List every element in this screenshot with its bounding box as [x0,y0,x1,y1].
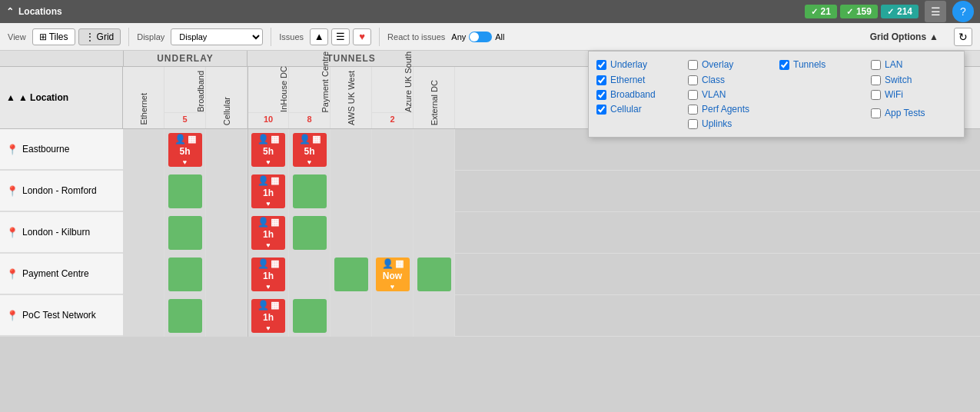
cellular-check[interactable]: Cellular [596,104,682,115]
wifi-check[interactable]: WiFi [871,89,956,100]
app-tests-checkbox[interactable] [871,108,881,118]
react-toggle[interactable] [469,32,492,42]
cell-poc-ethernet [123,295,164,337]
perf-agents-checkbox[interactable] [688,105,698,115]
heart-icon: ♥ [183,158,187,166]
grid-button[interactable]: ⋮ Grid [78,28,121,45]
cell-kilburn-external [414,212,455,254]
ethernet-checkbox[interactable] [596,75,606,85]
bars-icon: ▦ [188,134,196,145]
cell-payment-aws[interactable] [331,254,372,295]
col-ethernet: Ethernet [123,67,164,128]
lan-checkbox[interactable] [871,60,881,70]
tunnels-checkbox[interactable] [779,60,789,70]
location-payment-centre[interactable]: 📍 Payment Centre [0,254,123,294]
ethernet-check[interactable]: Ethernet [596,75,682,85]
display-label: Display [137,32,164,42]
lan-header-check[interactable]: LAN [871,59,956,70]
cell-poc-cellular [206,295,247,337]
cell-eastbourne-broadband[interactable]: 👤 ▦ 5h ♥ [164,129,206,171]
cell-kilburn-payment[interactable] [289,212,331,254]
tiles-button[interactable]: ⊞ Tiles [32,28,75,45]
col-aws: AWS UK West [331,67,372,128]
bars-icon: ▦ [271,175,279,186]
cell-eastbourne-payment[interactable]: 👤 ▦ 5h ♥ [289,129,331,171]
cell-romford-azure [372,171,414,212]
underlay-checkbox[interactable] [596,60,606,70]
broadband-check[interactable]: Broadband [596,89,682,100]
col-payment: Payment Centre 8 [289,67,331,128]
cell-romford-inhouse[interactable]: 👤 ▦ 1h ♥ [247,171,289,212]
cellular-checkbox[interactable] [596,105,606,115]
class-checkbox[interactable] [688,75,698,85]
display-group: Display Display [137,28,263,45]
grid-options-button[interactable]: Grid Options ▲ [862,29,946,45]
help-icon[interactable]: ? [952,1,974,22]
lan-apptests-col: LAN Switch WiFi App Tests [871,59,956,118]
issues-up-button[interactable]: ▲ [310,28,328,45]
cell-payment-azure[interactable]: 👤 ▦ Now ♥ [372,254,414,295]
switch-checkbox[interactable] [871,75,881,85]
location-sort-header[interactable]: ▲ ▲ Location [0,67,123,128]
cell-payment-broadband[interactable] [164,254,206,295]
cell-payment-inhouse[interactable]: 👤 ▦ 1h ♥ [247,254,289,295]
vlan-checkbox[interactable] [688,90,698,100]
perf-agents-check[interactable]: Perf Agents [688,104,773,115]
check-icon-2: ✓ [846,7,853,17]
table-row: 📍 London - Romford 👤 ▦ 1h ♥ [0,171,980,212]
badge-159[interactable]: ✓ 159 [840,5,878,18]
uplinks-checkbox[interactable] [688,119,698,129]
badge-21[interactable]: ✓ 21 [805,5,837,18]
cell-icons: 👤 ▦ [257,134,279,145]
cell-eastbourne-inhouse[interactable]: 👤 ▦ 5h ♥ [247,129,289,171]
cell-romford-broadband[interactable] [164,171,206,212]
issues-heart-button[interactable]: ♥ [353,28,371,45]
all-label: All [495,32,504,42]
vlan-check[interactable]: VLAN [688,89,773,100]
cell-poc-payment[interactable] [289,295,331,337]
heart-icon: ♥ [266,158,270,166]
heart-icon: ♥ [266,283,270,291]
overlay-header-check[interactable]: Overlay [688,59,773,70]
cell-poc-broadband[interactable] [164,295,206,337]
pin-icon: 📍 [6,227,18,238]
broadband-checkbox[interactable] [596,90,606,100]
chevron-up-icon-options: ▲ [929,32,938,42]
grid-icon: ⋮ [85,32,95,42]
class-check[interactable]: Class [688,75,773,85]
bars-icon: ▦ [395,258,404,269]
top-bar: ⌃ Locations ✓ 21 ✓ 159 ✓ 214 ☰ ? [0,0,980,23]
underlay-section-header: UNDERLAY [123,51,247,66]
cell-kilburn-cellular [206,212,247,254]
any-label: Any [451,32,466,42]
location-eastbourne[interactable]: 📍 Eastbourne [0,129,123,170]
underlay-header-check[interactable]: Underlay [596,59,682,70]
cell-romford-payment[interactable] [289,171,331,212]
tiles-icon: ⊞ [39,32,47,42]
issues-list-button[interactable]: ☰ [331,28,350,45]
grid-options-dropdown: Underlay Ethernet Broadband Cellular [588,51,965,138]
cell-kilburn-inhouse[interactable]: 👤 ▦ 1h ♥ [247,212,289,254]
uplinks-check[interactable]: Uplinks [688,118,773,129]
cell-kilburn-broadband[interactable] [164,212,206,254]
badge-214[interactable]: ✓ 214 [881,5,919,18]
pin-icon: 📍 [6,268,18,280]
switch-check[interactable]: Switch [871,75,956,85]
display-select[interactable]: Display [171,28,263,45]
overlay-checkbox[interactable] [688,60,698,70]
app-tests-header-check[interactable]: App Tests [871,108,956,118]
wifi-checkbox[interactable] [871,90,881,100]
refresh-button[interactable]: ↻ [954,28,972,46]
cell-poc-inhouse[interactable]: 👤 ▦ 1h ♥ [247,295,289,337]
cell-poc-external [414,295,455,337]
location-kilburn[interactable]: 📍 London - Kilburn [0,212,123,253]
cell-poc-azure [372,295,414,337]
cell-payment-external[interactable] [414,254,455,295]
cell-payment-cellular [206,254,247,295]
tunnels-header-check[interactable]: Tunnels [779,59,865,70]
cell-romford-aws [331,171,372,212]
menu-icon[interactable]: ☰ [925,1,946,22]
col-azure: Azure UK South 2 [372,67,414,128]
location-poc[interactable]: 📍 PoC Test Network [0,295,123,336]
location-romford[interactable]: 📍 London - Romford [0,171,123,211]
